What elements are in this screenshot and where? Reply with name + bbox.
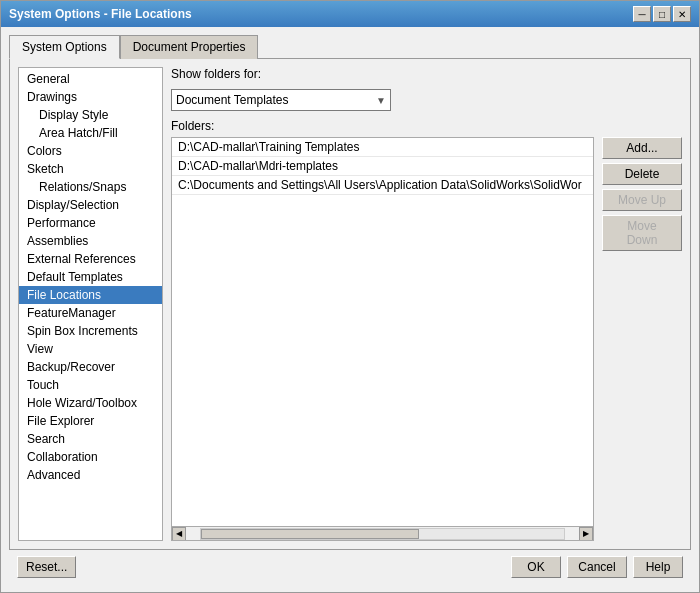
- maximize-button[interactable]: □: [653, 6, 671, 22]
- sidebar-item-search[interactable]: Search: [19, 430, 162, 448]
- folders-list-container: D:\CAD-mallar\Training TemplatesD:\CAD-m…: [171, 137, 594, 541]
- folders-area: D:\CAD-mallar\Training TemplatesD:\CAD-m…: [171, 137, 682, 541]
- move-up-button[interactable]: Move Up: [602, 189, 682, 211]
- sidebar-item-assemblies[interactable]: Assemblies: [19, 232, 162, 250]
- main-panel: Show folders for: Document Templates ▼ F…: [171, 67, 682, 541]
- window-title: System Options - File Locations: [9, 7, 192, 21]
- dropdown-arrow-icon: ▼: [376, 95, 386, 106]
- title-bar-buttons: ─ □ ✕: [633, 6, 691, 22]
- reset-button[interactable]: Reset...: [17, 556, 76, 578]
- move-down-button[interactable]: Move Down: [602, 215, 682, 251]
- sidebar-item-performance[interactable]: Performance: [19, 214, 162, 232]
- sidebar-item-sketch[interactable]: Sketch: [19, 160, 162, 178]
- folder-item[interactable]: C:\Documents and Settings\All Users\Appl…: [172, 176, 593, 195]
- sidebar-item-file-explorer[interactable]: File Explorer: [19, 412, 162, 430]
- bottom-right-buttons: OK Cancel Help: [511, 556, 683, 578]
- show-folders-label: Show folders for:: [171, 67, 261, 81]
- sidebar-item-file-locations[interactable]: File Locations: [19, 286, 162, 304]
- tab-document-properties[interactable]: Document Properties: [120, 35, 259, 59]
- dropdown-value: Document Templates: [176, 93, 289, 107]
- scrollbar-thumb[interactable]: [201, 529, 419, 539]
- sidebar-item-hole-wizard-toolbox[interactable]: Hole Wizard/Toolbox: [19, 394, 162, 412]
- sidebar-item-display-style[interactable]: Display Style: [19, 106, 162, 124]
- window-content: System Options Document Properties Gener…: [1, 27, 699, 592]
- horizontal-scrollbar[interactable]: ◀ ▶: [172, 526, 593, 540]
- title-bar: System Options - File Locations ─ □ ✕: [1, 1, 699, 27]
- scroll-right-btn[interactable]: ▶: [579, 527, 593, 541]
- ok-button[interactable]: OK: [511, 556, 561, 578]
- sidebar-item-area-hatch-fill[interactable]: Area Hatch/Fill: [19, 124, 162, 142]
- sidebar-item-view[interactable]: View: [19, 340, 162, 358]
- close-button[interactable]: ✕: [673, 6, 691, 22]
- cancel-button[interactable]: Cancel: [567, 556, 627, 578]
- delete-button[interactable]: Delete: [602, 163, 682, 185]
- folder-type-dropdown[interactable]: Document Templates ▼: [171, 89, 391, 111]
- show-folders-row: Show folders for:: [171, 67, 682, 81]
- sidebar-item-general[interactable]: General: [19, 70, 162, 88]
- main-window: System Options - File Locations ─ □ ✕ Sy…: [0, 0, 700, 593]
- folders-label: Folders:: [171, 119, 682, 133]
- folders-section: Folders: D:\CAD-mallar\Training Template…: [171, 119, 682, 541]
- sidebar: GeneralDrawingsDisplay StyleArea Hatch/F…: [18, 67, 163, 541]
- folders-list: D:\CAD-mallar\Training TemplatesD:\CAD-m…: [172, 138, 593, 526]
- tabs-container: System Options Document Properties: [9, 35, 691, 59]
- sidebar-item-advanced[interactable]: Advanced: [19, 466, 162, 484]
- sidebar-item-colors[interactable]: Colors: [19, 142, 162, 160]
- sidebar-item-spin-box-increments[interactable]: Spin Box Increments: [19, 322, 162, 340]
- tab-system-options[interactable]: System Options: [9, 35, 120, 59]
- minimize-button[interactable]: ─: [633, 6, 651, 22]
- scroll-left-btn[interactable]: ◀: [172, 527, 186, 541]
- bottom-bar: Reset... OK Cancel Help: [9, 550, 691, 584]
- sidebar-item-featuremanager[interactable]: FeatureManager: [19, 304, 162, 322]
- sidebar-item-default-templates[interactable]: Default Templates: [19, 268, 162, 286]
- folder-item[interactable]: D:\CAD-mallar\Training Templates: [172, 138, 593, 157]
- sidebar-item-display-selection[interactable]: Display/Selection: [19, 196, 162, 214]
- sidebar-item-drawings[interactable]: Drawings: [19, 88, 162, 106]
- scrollbar-track[interactable]: [200, 528, 565, 540]
- folder-item[interactable]: D:\CAD-mallar\Mdri-templates: [172, 157, 593, 176]
- sidebar-item-external-references[interactable]: External References: [19, 250, 162, 268]
- sidebar-item-relations-snaps[interactable]: Relations/Snaps: [19, 178, 162, 196]
- sidebar-item-backup-recover[interactable]: Backup/Recover: [19, 358, 162, 376]
- right-buttons: Add... Delete Move Up Move Down: [602, 137, 682, 541]
- tab-content: GeneralDrawingsDisplay StyleArea Hatch/F…: [9, 58, 691, 550]
- add-button[interactable]: Add...: [602, 137, 682, 159]
- sidebar-item-collaboration[interactable]: Collaboration: [19, 448, 162, 466]
- help-button[interactable]: Help: [633, 556, 683, 578]
- sidebar-item-touch[interactable]: Touch: [19, 376, 162, 394]
